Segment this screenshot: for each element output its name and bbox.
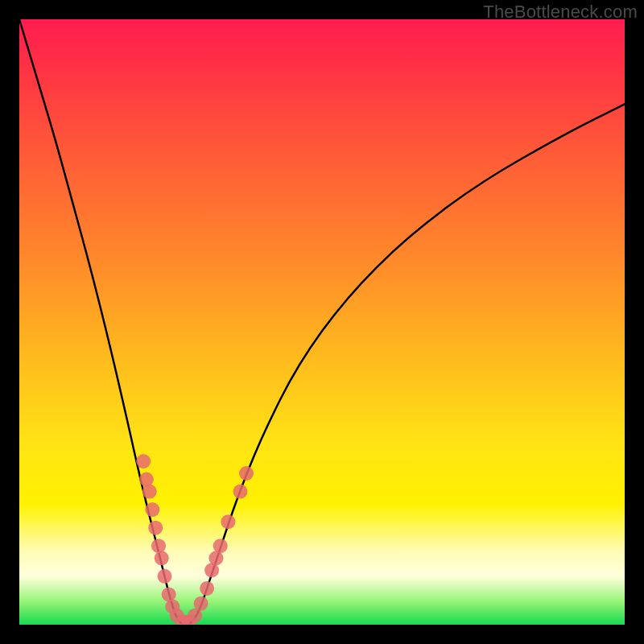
curve-path	[19, 19, 625, 625]
data-dot	[208, 551, 223, 565]
data-dot	[148, 521, 163, 535]
data-dot	[239, 466, 254, 481]
data-dot	[170, 609, 184, 623]
data-dot	[188, 609, 202, 623]
data-dot	[221, 514, 235, 529]
data-dot	[204, 563, 219, 577]
data-dot	[151, 539, 166, 553]
data-dot	[142, 485, 157, 499]
plot-area	[19, 19, 625, 625]
data-dot	[136, 454, 151, 469]
bottleneck-curve	[19, 19, 625, 625]
data-dot	[158, 569, 172, 584]
data-dot	[155, 551, 169, 565]
data-dot	[162, 587, 176, 601]
data-dot	[182, 614, 196, 625]
data-dot	[213, 539, 228, 553]
data-dot	[165, 599, 180, 613]
data-dot	[233, 485, 248, 499]
data-dot	[139, 473, 154, 487]
data-dot	[200, 581, 214, 596]
watermark-text: TheBottleneck.com	[483, 2, 638, 23]
chart-frame: TheBottleneck.com	[0, 0, 644, 644]
data-dot	[175, 614, 190, 625]
data-dot	[194, 597, 208, 611]
data-dot	[145, 502, 159, 517]
